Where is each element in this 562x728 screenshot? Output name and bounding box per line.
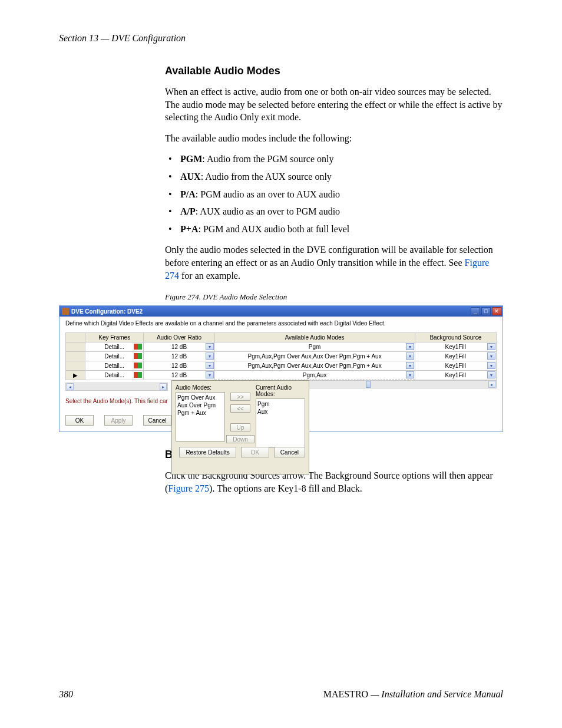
audio-modes-list: PGM: Audio from the PGM source only AUX:…	[165, 153, 503, 235]
table-row[interactable]: Detail... 12 dB Pgm,Aux,Pgm Over Aux,Aux…	[66, 352, 497, 361]
dropdown-icon[interactable]	[206, 343, 214, 350]
table-row[interactable]: Detail... 12 dB Pgm Key1Fill	[66, 342, 497, 352]
dropdown-icon[interactable]	[406, 362, 414, 369]
figure-caption: Figure 274. DVE Audio Mode Selection	[165, 292, 503, 302]
col-bg[interactable]: Background Source	[415, 333, 496, 342]
dve-config-window: DVE Configuration: DVE2 _ □ ✕ Define whi…	[59, 305, 503, 432]
window-description: Define which Digital Video Effects are a…	[65, 320, 497, 327]
table-row[interactable]: ▶ Detail... 12 dB Pgm,Aux Key1Fill	[66, 371, 497, 380]
keyframe-chip-icon	[134, 363, 142, 368]
play-icon: ▶	[66, 371, 85, 380]
paragraph: When an effect is active, audio from one…	[165, 85, 503, 124]
dropdown-icon[interactable]	[406, 353, 414, 360]
list-item: PGM: Audio from the PGM source only	[165, 153, 503, 166]
h-scrollbar-right[interactable]: ▸	[306, 380, 497, 388]
app-icon	[62, 308, 69, 315]
label-current-modes: Current Audio Modes:	[256, 384, 305, 397]
dropdown-icon[interactable]	[487, 343, 495, 350]
validation-hint: Select the Audio Mode(s). This field can…	[65, 398, 168, 404]
ok-button[interactable]: OK	[65, 415, 94, 426]
remove-button[interactable]: <<	[230, 404, 250, 413]
list-item[interactable]: Aux Over Pgm	[177, 401, 223, 409]
list-item: AUX: Audio from the AUX source only	[165, 170, 503, 183]
col-modes[interactable]: Available Audio Modes	[214, 333, 415, 342]
list-item: P/A: PGM audio as an over to AUX audio	[165, 188, 503, 201]
list-item[interactable]: Pgm	[257, 400, 303, 408]
dropdown-icon[interactable]	[487, 371, 495, 378]
list-item[interactable]: Pgm Over Aux	[177, 394, 223, 401]
scroll-left-icon[interactable]: ◂	[67, 383, 74, 390]
dropdown-icon[interactable]	[487, 362, 495, 369]
apply-button[interactable]: Apply	[104, 415, 133, 426]
scroll-right-icon[interactable]: ▸	[160, 383, 167, 390]
list-item: P+A: PGM and AUX audio both at full leve…	[165, 223, 503, 236]
page-number: 380	[59, 689, 73, 700]
popout-cancel-button[interactable]: Cancel	[274, 447, 305, 457]
dropdown-icon[interactable]	[206, 353, 214, 360]
list-item[interactable]: Aux	[257, 408, 303, 416]
available-modes-list[interactable]: Pgm Over Aux Aux Over Pgm Pgm + Aux	[176, 392, 225, 442]
paragraph: Only the audio modes selected in the DVE…	[165, 243, 503, 282]
restore-defaults-button[interactable]: Restore Defaults	[179, 447, 236, 457]
dve-grid: Key Frames Audio Over Ratio Available Au…	[65, 332, 497, 380]
minimize-button[interactable]: _	[471, 307, 480, 315]
label-audio-modes: Audio Modes:	[176, 384, 225, 391]
keyframe-chip-icon	[134, 344, 142, 350]
keyframe-chip-icon	[134, 372, 142, 378]
dropdown-icon[interactable]	[406, 371, 414, 378]
dropdown-icon[interactable]	[206, 362, 214, 369]
footer-title: MAESTRO — Installation and Service Manua…	[323, 689, 503, 700]
keyframe-chip-icon	[134, 353, 142, 359]
dropdown-icon[interactable]	[206, 371, 214, 378]
window-title: DVE Configuration: DVE2	[71, 308, 143, 315]
col-keyframes[interactable]: Key Frames	[85, 333, 144, 342]
figure-275-link[interactable]: Figure 275	[168, 483, 209, 493]
dropdown-icon[interactable]	[406, 343, 414, 350]
maximize-button[interactable]: □	[481, 307, 491, 315]
down-button[interactable]: Down	[226, 435, 254, 443]
paragraph: The available audio modes include the fo…	[165, 132, 503, 145]
audio-modes-editor: Audio Modes: Pgm Over Aux Aux Over Pgm P…	[171, 380, 309, 475]
up-button[interactable]: Up	[230, 423, 251, 431]
popout-ok-button[interactable]: OK	[241, 447, 269, 457]
table-row[interactable]: Detail... 12 dB Pgm,Aux,Pgm Over Aux,Aux…	[66, 361, 497, 371]
cancel-button[interactable]: Cancel	[143, 415, 171, 426]
window-titlebar[interactable]: DVE Configuration: DVE2 _ □ ✕	[59, 306, 503, 317]
list-item[interactable]: Pgm + Aux	[177, 409, 223, 417]
col-ratio[interactable]: Audio Over Ratio	[144, 333, 214, 342]
current-modes-list[interactable]: Pgm Aux	[256, 398, 305, 448]
running-header: Section 13 — DVE Configuration	[59, 33, 503, 44]
list-item: A/P: AUX audio as an over to PGM audio	[165, 205, 503, 218]
add-button[interactable]: >>	[230, 393, 250, 401]
scroll-right-icon[interactable]: ▸	[488, 381, 495, 388]
close-button[interactable]: ✕	[492, 307, 501, 315]
h-scrollbar[interactable]: ◂ ▸	[65, 383, 168, 391]
scrollbar-thumb[interactable]	[366, 381, 371, 388]
dropdown-icon[interactable]	[487, 353, 495, 360]
heading-audio-modes: Available Audio Modes	[165, 65, 503, 77]
